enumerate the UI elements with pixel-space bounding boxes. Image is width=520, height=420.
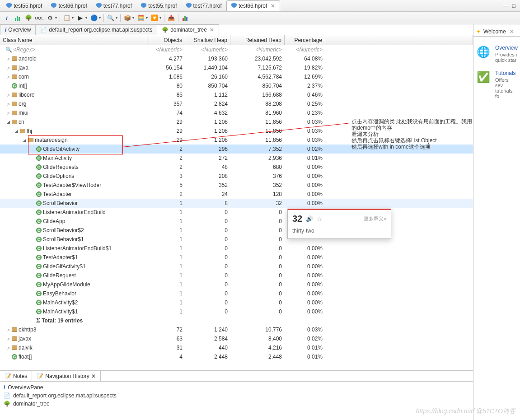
percentage-cell: 0.03% <box>285 137 325 143</box>
close-icon[interactable]: ✕ <box>510 28 514 35</box>
export-icon[interactable]: 📤 <box>167 14 175 22</box>
dropdown-icon[interactable]: ▾ <box>116 16 117 20</box>
retained-cell: 7,352 <box>230 146 285 152</box>
editor-tab[interactable]: test55.hprof <box>136 1 181 11</box>
expand-icon[interactable]: ▷ <box>6 93 10 97</box>
search-icon[interactable]: 🔍 <box>107 14 115 22</box>
expand-icon[interactable]: ▷ <box>6 345 10 350</box>
tree-icon[interactable]: 🌳 <box>24 14 33 22</box>
expand-icon[interactable]: ◢ <box>6 120 10 124</box>
table-row[interactable]: C int[] 80 850,704 850,704 2.37% <box>0 81 473 90</box>
sound-icon[interactable]: 🔊 <box>306 215 313 222</box>
analysis-tab[interactable]: 📄default_report org.eclipse.mat.api:susp… <box>35 24 157 35</box>
history-item[interactable]: iOverviewPane <box>4 383 469 392</box>
histogram-icon[interactable] <box>14 14 22 22</box>
editor-tab[interactable]: test66.hprof✕ <box>226 0 280 11</box>
maximize-icon[interactable]: □ <box>512 3 515 9</box>
table-row[interactable]: C GlideRequests 2 48 680 0.00% <box>0 163 473 172</box>
dropdown-icon[interactable]: ▾ <box>72 16 74 20</box>
grid-body[interactable]: 🔍<Regex> <Numeric> <Numeric> <Numeric> <… <box>0 45 473 361</box>
table-row[interactable]: C GlideGifActivity$1 1 0 0 0.00% <box>0 262 473 271</box>
editor-tab[interactable]: test77.hprof <box>182 1 226 11</box>
table-row[interactable]: C ListenerAnimatorEndBuild$1 1 0 0 0.00% <box>0 244 473 253</box>
expand-icon[interactable]: ▷ <box>6 336 10 341</box>
dropdown-icon[interactable]: ▾ <box>55 16 57 20</box>
table-row[interactable]: ▷ android 4,277 193,360 23,042,592 64.08… <box>0 54 473 63</box>
welcome-item[interactable]: 🌐 OverviewProvides iquick star <box>473 41 520 66</box>
table-row[interactable]: C ScrollBehavior$2 1 0 0 <box>0 226 473 235</box>
expand-icon[interactable]: ▷ <box>6 75 10 79</box>
more-link[interactable]: 更多释义» <box>364 215 386 222</box>
table-row[interactable]: C ScrollBehavior$1 1 0 0 <box>0 235 473 244</box>
table-row[interactable]: ▷ okhttp3 72 1,240 10,776 0.03% <box>0 325 473 334</box>
gear-icon[interactable]: ⚙ <box>46 14 54 22</box>
table-row[interactable]: C MyAppGlideModule 1 0 0 0.00% <box>0 280 473 289</box>
bottom-tab[interactable]: 📝Navigation History✕ <box>32 371 100 381</box>
table-row[interactable]: C TestAdapter 2 24 128 0.00% <box>0 190 473 199</box>
close-icon[interactable]: ✕ <box>271 3 275 9</box>
col-shallow[interactable]: Shallow Heap <box>185 35 230 45</box>
table-row[interactable]: ▷ org 357 2,824 88,208 0.25% <box>0 99 473 108</box>
history-item[interactable]: 🌳dominator_tree <box>4 400 469 408</box>
table-row[interactable]: ▷ miui 74 4,632 81,960 0.23% <box>0 108 473 117</box>
table-row[interactable]: C MainActivity$1 1 0 0 0.00% <box>0 307 473 316</box>
col-classname[interactable]: Class Name <box>0 35 149 45</box>
table-row[interactable]: Σ Total: 19 entries <box>0 316 473 325</box>
table-row[interactable]: C ListenerAnimatorEndBuild 1 0 0 <box>0 208 473 217</box>
expand-icon[interactable]: ◢ <box>14 129 19 133</box>
star-icon[interactable]: ☆ <box>317 215 323 223</box>
bottom-tab[interactable]: 📝Notes <box>0 371 32 381</box>
table-row[interactable]: C MainActivity$2 1 0 0 0.00% <box>0 298 473 307</box>
dropdown-icon[interactable]: ▾ <box>132 16 134 20</box>
analysis-tab[interactable]: 🌳dominator_tree✕ <box>157 24 219 35</box>
table-row[interactable]: ▷ java 56,154 1,449,104 7,125,672 19.82% <box>0 63 473 72</box>
col-objects[interactable]: Objects <box>149 35 185 45</box>
table-row[interactable]: C ScrollBehavior 1 8 32 0.00% <box>0 199 473 208</box>
expand-icon[interactable]: ▷ <box>6 111 10 115</box>
oql-icon[interactable]: OQL <box>35 14 43 22</box>
editor-tab[interactable]: test66.hprof <box>47 1 91 11</box>
editor-tab[interactable]: test77.hprof <box>92 1 136 11</box>
table-row[interactable]: ▷ dalvik 31 440 4,216 0.01% <box>0 343 473 352</box>
table-row[interactable]: ▷ javax 63 2,584 8,400 0.02% <box>0 334 473 343</box>
dropdown-icon[interactable]: ▾ <box>159 16 161 20</box>
table-row[interactable]: C GlideOptions 3 208 376 0.00% <box>0 172 473 181</box>
table-row[interactable]: ▷ com 1,086 26,160 4,562,784 12.69% <box>0 72 473 81</box>
filter-row[interactable]: 🔍<Regex> <Numeric> <Numeric> <Numeric> <… <box>0 45 473 54</box>
dropdown-icon[interactable]: ▾ <box>146 16 148 20</box>
editor-tab[interactable]: test55.hprof <box>2 1 47 11</box>
dropdown-icon[interactable]: ▾ <box>99 16 101 20</box>
expand-icon[interactable]: ▷ <box>6 102 10 106</box>
close-icon[interactable]: ✕ <box>91 373 96 379</box>
dropdown-icon[interactable]: ▾ <box>85 16 87 20</box>
expand-icon[interactable]: ◢ <box>23 138 27 142</box>
table-row[interactable]: C GlideApp 1 0 0 <box>0 217 473 226</box>
table-row[interactable]: C EasyBehavior 1 0 0 0.00% <box>0 289 473 298</box>
list-icon[interactable]: 📋 <box>63 14 71 22</box>
filter-icon[interactable]: 🔽 <box>150 14 159 22</box>
minimize-icon[interactable]: — <box>503 3 509 9</box>
run-icon[interactable]: ▶ <box>76 14 84 22</box>
table-row[interactable]: C TestAdapter$ViewHoder 5 352 352 0.00% <box>0 181 473 190</box>
col-percentage[interactable]: Percentage <box>285 35 325 45</box>
col-retained[interactable]: Retained Heap <box>230 35 285 45</box>
table-row[interactable]: C TestAdapter$1 1 0 0 0.00% <box>0 253 473 262</box>
info-icon[interactable]: i <box>3 14 11 22</box>
history-item[interactable]: 📄default_report org.eclipse.mat.api:susp… <box>4 392 469 400</box>
class-name-label: int[] <box>19 83 27 89</box>
table-row[interactable]: C MainActivity 2 272 2,936 0.01% <box>0 154 473 163</box>
query-icon[interactable]: 🔵 <box>90 14 98 22</box>
expand-icon[interactable]: ▷ <box>6 65 10 70</box>
close-icon[interactable]: ✕ <box>210 27 214 33</box>
welcome-item[interactable]: ✅ TutorialsOffers sevtutorials fo <box>473 66 520 103</box>
analysis-tab[interactable]: iOverview <box>0 24 36 35</box>
expand-icon[interactable]: ▷ <box>6 56 10 61</box>
table-row[interactable]: C GlideRequest 1 0 0 0.00% <box>0 271 473 280</box>
welcome-tab[interactable]: ✦ Welcome ✕ <box>473 27 520 37</box>
expand-icon[interactable]: ▷ <box>6 327 10 332</box>
chart-icon[interactable] <box>181 14 189 22</box>
table-row[interactable]: ▷ libcore 85 1,112 166,688 0.46% <box>0 90 473 99</box>
group-icon[interactable]: 📦 <box>123 14 131 22</box>
table-row[interactable]: C float[] 4 2,448 2,448 0.01% <box>0 352 473 361</box>
calc-icon[interactable]: 🧮 <box>137 14 145 22</box>
